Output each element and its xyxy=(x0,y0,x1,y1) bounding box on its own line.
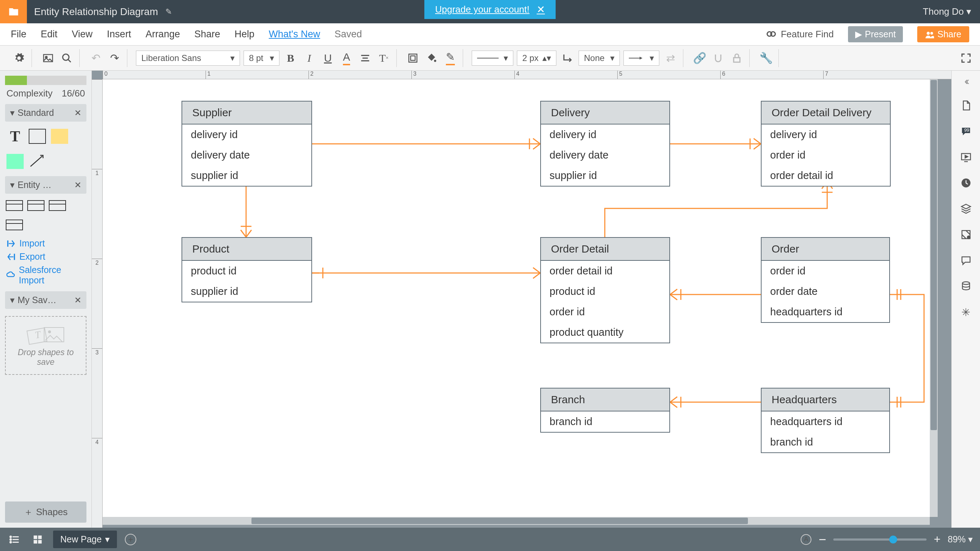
history-icon[interactable] xyxy=(958,175,974,191)
menu-file[interactable]: File xyxy=(11,29,27,40)
document-title[interactable]: Entity Relationship Diagram xyxy=(27,6,165,18)
zoom-out-icon[interactable]: − xyxy=(819,532,826,547)
menu-insert[interactable]: Insert xyxy=(107,29,131,40)
gear-icon[interactable] xyxy=(11,51,27,66)
upgrade-banner[interactable]: Upgrade your account! ✕ xyxy=(424,0,556,19)
feature-find-button[interactable]: Feature Find xyxy=(766,29,834,40)
redo-icon[interactable]: ↷ xyxy=(107,51,122,66)
undo-icon[interactable]: ↶ xyxy=(88,51,103,66)
close-icon[interactable]: ✕ xyxy=(74,108,81,118)
entity-attr: headquarters id xyxy=(762,411,889,432)
border-color-icon[interactable]: ✎ xyxy=(443,51,458,66)
erd-shape-2[interactable] xyxy=(27,200,45,211)
vertical-scrollbar[interactable] xyxy=(930,79,938,517)
link-icon[interactable]: 🔗 xyxy=(692,51,707,66)
fullscreen-icon[interactable] xyxy=(958,51,974,66)
clear-format-icon[interactable]: T× xyxy=(376,51,391,66)
master-icon[interactable] xyxy=(958,227,974,242)
shape-border-icon[interactable] xyxy=(405,51,420,66)
menu-whats-new[interactable]: What's New xyxy=(269,29,320,40)
add-page-icon[interactable]: + xyxy=(125,534,136,545)
menu-share[interactable]: Share xyxy=(194,29,220,40)
comment-icon[interactable]: 99 xyxy=(958,124,974,139)
entity-order[interactable]: Order order id order date headquarters i… xyxy=(761,237,890,323)
font-family-select[interactable]: Liberation Sans▾ xyxy=(136,51,240,66)
library-standard-header[interactable]: ▾ Standard✕ xyxy=(5,104,86,122)
zoom-in-icon[interactable]: + xyxy=(934,533,940,546)
hotspot-shape[interactable] xyxy=(6,154,24,169)
rename-icon[interactable]: ✎ xyxy=(165,7,172,16)
italic-icon[interactable]: I xyxy=(302,51,317,66)
entity-order-detail-delivery[interactable]: Order Detail Delivery delivery id order … xyxy=(761,101,891,186)
svg-point-37 xyxy=(10,536,11,537)
library-saved-header[interactable]: ▾ My Sav…✕ xyxy=(5,291,86,309)
close-icon[interactable]: ✕ xyxy=(74,180,81,190)
user-menu[interactable]: Thong Do ▾ xyxy=(914,6,980,17)
menu-help[interactable]: Help xyxy=(235,29,255,40)
library-entity-header[interactable]: ▾ Entity …✕ xyxy=(5,176,86,194)
line-width-select[interactable]: 2 px▴▾ xyxy=(517,51,556,66)
line-pattern-select[interactable]: ▾ xyxy=(472,51,513,66)
line-shape[interactable] xyxy=(29,154,46,169)
layers-icon[interactable] xyxy=(958,201,974,216)
lock-icon[interactable] xyxy=(729,51,745,66)
grid-icon[interactable] xyxy=(30,532,45,547)
shapes-button[interactable]: ＋ Shapes xyxy=(5,502,86,523)
magnet-icon[interactable] xyxy=(711,51,725,66)
image-icon[interactable] xyxy=(41,51,56,66)
bold-icon[interactable]: B xyxy=(283,51,298,66)
entity-product[interactable]: Product product id supplier id xyxy=(181,237,312,303)
zoom-slider[interactable] xyxy=(833,538,927,541)
folder-icon[interactable] xyxy=(0,0,27,23)
fill-icon[interactable] xyxy=(424,51,439,66)
line-route-icon[interactable] xyxy=(560,51,575,66)
close-icon[interactable]: ✕ xyxy=(537,3,545,16)
present-button[interactable]: ▶ Present xyxy=(848,26,903,42)
entity-branch[interactable]: Branch branch id xyxy=(540,388,670,433)
underline-icon[interactable]: U xyxy=(320,51,336,66)
line-end-select[interactable]: ▾ xyxy=(624,51,659,66)
import-button[interactable]: Import xyxy=(6,238,85,248)
menu-arrange[interactable]: Arrange xyxy=(146,29,180,40)
erd-shape-1[interactable] xyxy=(6,200,23,211)
data-icon[interactable] xyxy=(958,279,974,294)
upgrade-link[interactable]: Upgrade your account! xyxy=(435,4,530,15)
menu-view[interactable]: View xyxy=(72,29,92,40)
close-icon[interactable]: ✕ xyxy=(74,295,81,305)
swap-icon[interactable]: ⇄ xyxy=(663,51,678,66)
canvas[interactable]: Supplier delivery id delivery date suppl… xyxy=(103,79,930,517)
saved-shapes-dropzone[interactable]: T Drop shapes to save xyxy=(5,316,86,375)
export-button[interactable]: Export xyxy=(6,252,85,262)
entity-attr: delivery id xyxy=(762,124,890,145)
erd-shape-3[interactable] xyxy=(49,200,66,211)
menu-edit[interactable]: Edit xyxy=(41,29,58,40)
entity-attr: order id xyxy=(541,302,669,322)
search-icon[interactable] xyxy=(59,51,74,66)
text-shape[interactable]: T xyxy=(6,129,24,144)
present-panel-icon[interactable] xyxy=(958,150,974,165)
zoom-level[interactable]: 89% ▾ xyxy=(948,534,973,545)
wrench-icon[interactable]: 🔧 xyxy=(758,51,773,66)
text-color-icon[interactable]: A xyxy=(339,51,354,66)
outline-icon[interactable] xyxy=(7,532,22,547)
erd-shape-4[interactable] xyxy=(6,220,23,230)
chat-icon[interactable] xyxy=(958,253,974,268)
page-icon[interactable] xyxy=(958,98,974,113)
sparkle-icon[interactable]: ✳ xyxy=(958,304,974,320)
horizontal-scrollbar[interactable] xyxy=(103,517,930,525)
entity-delivery[interactable]: Delivery delivery id delivery date suppl… xyxy=(540,101,670,186)
salesforce-import-button[interactable]: Salesforce Import xyxy=(6,265,85,285)
note-shape[interactable] xyxy=(51,129,68,144)
target-icon[interactable]: A xyxy=(801,534,811,545)
entity-supplier[interactable]: Supplier delivery id delivery date suppl… xyxy=(181,101,312,186)
font-size-select[interactable]: 8 pt▾ xyxy=(243,51,280,66)
entity-headquarters[interactable]: Headquarters headquarters id branch id xyxy=(761,388,890,453)
page-tab[interactable]: New Page ▾ xyxy=(53,530,117,548)
horizontal-ruler: 01234567 xyxy=(103,71,951,79)
rect-shape[interactable] xyxy=(29,129,46,144)
align-icon[interactable] xyxy=(358,51,373,66)
entity-order-detail[interactable]: Order Detail order detail id product id … xyxy=(540,237,670,343)
line-start-select[interactable]: None▾ xyxy=(579,51,620,66)
share-button[interactable]: Share xyxy=(917,26,969,42)
collapse-icon[interactable]: ‹‹ xyxy=(964,75,967,87)
